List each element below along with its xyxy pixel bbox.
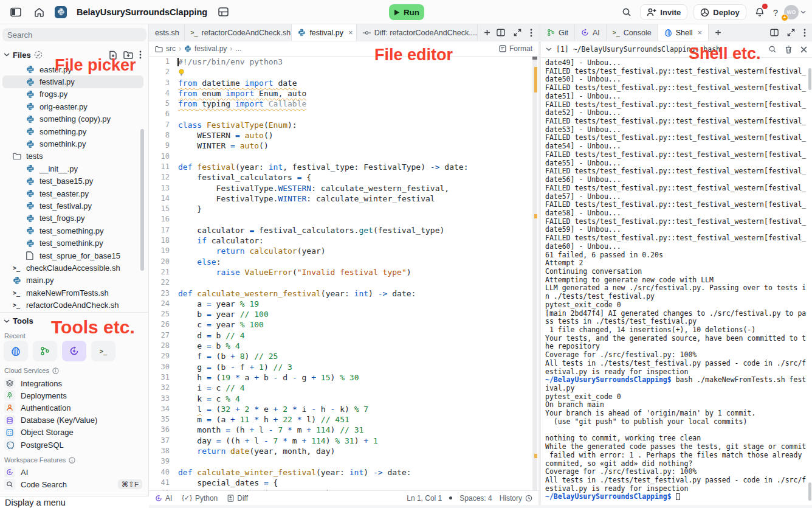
code-line-35[interactable]: 35 m = (a + 11 * h + 22 * l) // 451 bbox=[149, 414, 532, 425]
code-line-6[interactable]: 6 bbox=[149, 109, 532, 119]
file-row-orig-easter.py[interactable]: orig-easter.py bbox=[2, 100, 143, 113]
code-line-2[interactable]: 2 bbox=[149, 67, 532, 77]
project-title[interactable]: BelayUsurySurroundsClapping bbox=[77, 7, 207, 17]
code-line-17[interactable]: 17 calculator = festival_calculators.get… bbox=[149, 225, 532, 235]
terminal-search-icon[interactable] bbox=[768, 45, 777, 54]
file-row-test_frogs.py[interactable]: test_frogs.py bbox=[2, 212, 143, 224]
editor-scrollbar-thumb[interactable] bbox=[532, 57, 537, 60]
editor-tab-diff-refactorcodeandcheck-[interactable]: Diff: refactorCodeAndCheck.... bbox=[357, 24, 478, 41]
shell-tab-console[interactable]: >_Console bbox=[607, 24, 658, 41]
code-line-32[interactable]: 32 i = c // 4 bbox=[149, 383, 532, 393]
shell-tab-shell[interactable]: Shell× bbox=[658, 24, 709, 41]
code-line-5[interactable]: 5from typing import Callable bbox=[149, 99, 532, 109]
pane-menu-button[interactable] bbox=[530, 29, 532, 37]
files-menu-kebab-icon[interactable] bbox=[139, 50, 142, 59]
file-row-test_something.py[interactable]: test_something.py bbox=[2, 224, 143, 237]
code-line-41[interactable]: 41 special_dates = { bbox=[149, 478, 532, 488]
file-row-tests[interactable]: tests bbox=[2, 150, 143, 162]
sidebar-search-input[interactable]: Search bbox=[2, 28, 146, 41]
terminal-output[interactable]: date49] - Unbou...FAILED tests/test_fest… bbox=[545, 59, 808, 503]
breadcrumb-root[interactable]: src bbox=[166, 44, 176, 53]
code-line-24[interactable]: 24 a = year % 19 bbox=[149, 299, 532, 309]
code-line-22[interactable]: 22 bbox=[149, 277, 532, 288]
breadcrumb-file[interactable]: festival.py bbox=[194, 44, 227, 53]
editor-tab-refactorcodeandcheck-sh[interactable]: >_refactorCodeAndCheck.sh bbox=[185, 24, 292, 41]
code-line-37[interactable]: 37 day = ((h + l - 7 * m + 114) % 31) + … bbox=[149, 436, 532, 446]
file-row-checkClaudeAccessible.sh[interactable]: >_checkClaudeAccessible.sh bbox=[2, 262, 143, 274]
code-line-38[interactable]: 38 return date(year, month, day) bbox=[149, 446, 532, 456]
sidebar-toggle-icon[interactable] bbox=[9, 5, 23, 19]
code-line-39[interactable]: 39 bbox=[149, 456, 532, 467]
breadcrumb-more[interactable]: ... bbox=[235, 44, 241, 53]
code-line-14[interactable]: 14 FestivalType.WINTER: calculate_winter… bbox=[149, 193, 532, 204]
code-line-34[interactable]: 34 l = (32 + 2 * e + 2 * i - h - k) % 7 bbox=[149, 404, 532, 414]
code-line-10[interactable]: 10 bbox=[149, 151, 532, 162]
code-line-15[interactable]: 15 } bbox=[149, 204, 532, 214]
file-row-somethink.py[interactable]: somethink.py bbox=[2, 137, 143, 150]
sidebar-item-code-search[interactable]: Code Search⌘⇧F bbox=[2, 478, 146, 490]
code-line-25[interactable]: 25 b = year // 100 bbox=[149, 309, 532, 319]
file-row-test_festival.py[interactable]: test_festival.py bbox=[2, 200, 143, 212]
code-line-21[interactable]: 21 raise ValueError("Invalid festival ty… bbox=[149, 267, 532, 277]
file-row-something.py[interactable]: something.py bbox=[2, 125, 143, 137]
file-tree-scrollbar[interactable] bbox=[140, 129, 144, 271]
code-line-31[interactable]: 31 h = (19 * a + b - d - g + 15) % 30 bbox=[149, 372, 532, 383]
file-row-festival.py[interactable]: festival.py bbox=[2, 75, 143, 88]
run-button[interactable]: Run bbox=[389, 4, 424, 20]
shell-tool-button[interactable] bbox=[4, 341, 28, 361]
file-row-main.py[interactable]: main.py bbox=[2, 274, 143, 287]
trash-icon[interactable] bbox=[785, 45, 793, 54]
code-line-3[interactable]: 3from datetime import date bbox=[149, 78, 532, 88]
shell-new-tab-button[interactable] bbox=[709, 24, 728, 41]
code-line-20[interactable]: 20 else: bbox=[149, 257, 532, 267]
file-row-test_sprue_for_base15[interactable]: test_sprue_for_base15 bbox=[2, 249, 143, 262]
invite-button[interactable]: Invite bbox=[640, 4, 687, 20]
expand-pane-button[interactable] bbox=[787, 29, 795, 37]
sidebar-item-integrations[interactable]: Integrations bbox=[2, 377, 146, 389]
close-icon[interactable] bbox=[800, 46, 807, 53]
pane-menu-button[interactable] bbox=[803, 29, 806, 37]
chevron-down-icon[interactable] bbox=[4, 53, 10, 57]
status-python[interactable]: {✓}Python bbox=[182, 494, 218, 503]
history-button[interactable]: History bbox=[500, 494, 532, 503]
code-line-36[interactable]: 36 month = (h + l - 7 * m + 114) // 31 bbox=[149, 425, 532, 435]
code-line-23[interactable]: 23def calculate_western_festival(year: i… bbox=[149, 288, 532, 299]
code-line-29[interactable]: 29 f = (b + 8) // 25 bbox=[149, 351, 532, 361]
code-line-8[interactable]: 8 WESTERN = auto() bbox=[149, 130, 532, 141]
lightbulb-icon[interactable] bbox=[178, 69, 185, 77]
sidebar-item-ai[interactable]: AI bbox=[2, 466, 146, 478]
code-line-7[interactable]: 7class FestivalType(Enum): bbox=[149, 120, 532, 130]
code-line-4[interactable]: 4from enum import Enum, auto bbox=[149, 88, 532, 99]
editor-new-tab-button[interactable] bbox=[478, 24, 497, 41]
terminal-scrollbar-thumb[interactable] bbox=[808, 68, 811, 90]
file-row-test_somethink.py[interactable]: test_somethink.py bbox=[2, 237, 143, 249]
code-line-13[interactable]: 13 FestivalType.WESTERN: calculate_weste… bbox=[149, 183, 532, 193]
split-pane-button[interactable] bbox=[770, 29, 779, 37]
code-line-33[interactable]: 33 k = c % 4 bbox=[149, 394, 532, 404]
file-row-__init__.py[interactable]: __init__.py bbox=[2, 162, 143, 175]
editor-tab-festival-py[interactable]: festival.py× bbox=[292, 24, 356, 41]
code-line-11[interactable]: 11def festival(year: int, festival_type:… bbox=[149, 162, 532, 172]
sidebar-item-deployments[interactable]: Deployments bbox=[2, 389, 146, 402]
code-line-30[interactable]: 30 g = (b - f + 1) // 3 bbox=[149, 362, 532, 372]
home-icon[interactable] bbox=[32, 5, 46, 19]
search-icon[interactable] bbox=[619, 5, 634, 19]
cursor-position[interactable]: Ln 1, Col 1 bbox=[407, 494, 442, 503]
editor-tab-ests-sh[interactable]: ests.sh bbox=[149, 24, 185, 41]
sidebar-item-postgresql[interactable]: PostgreSQL bbox=[2, 439, 146, 451]
git-tool-button[interactable] bbox=[33, 341, 57, 361]
notifications-bell-icon[interactable] bbox=[752, 5, 767, 19]
deploy-button[interactable]: Deploy bbox=[693, 4, 746, 20]
file-row-test_easter.py[interactable]: test_easter.py bbox=[2, 187, 143, 200]
code-line-28[interactable]: 28 e = b % 4 bbox=[149, 341, 532, 351]
code-line-18[interactable]: 18 if calculator: bbox=[149, 235, 532, 246]
files-filter-icon[interactable] bbox=[34, 50, 43, 59]
account-menu[interactable]: WO + bbox=[784, 5, 806, 19]
shell-tab-git[interactable]: Git bbox=[541, 24, 575, 41]
file-row-test_base15.py[interactable]: test_base15.py bbox=[2, 175, 143, 187]
close-icon[interactable]: × bbox=[698, 28, 703, 37]
split-pane-button[interactable] bbox=[497, 29, 505, 37]
chevron-down-icon[interactable] bbox=[546, 47, 552, 51]
editor-scrollbar[interactable] bbox=[532, 57, 537, 490]
spaces-setting[interactable]: Spaces: 4 bbox=[459, 494, 492, 503]
